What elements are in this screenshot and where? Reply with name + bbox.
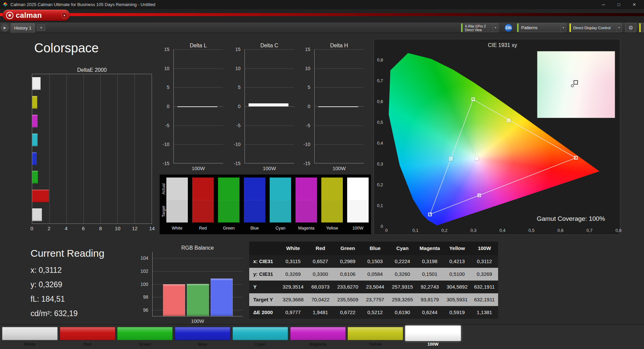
calman-logo-text: calman xyxy=(16,11,42,20)
deltae2000-plot xyxy=(32,74,152,224)
y-tick-label: 0,3 xyxy=(374,161,383,166)
y-axis: 1041021009896 xyxy=(138,252,150,316)
bar-100w xyxy=(177,106,217,107)
pattern-label: 100W xyxy=(405,342,461,347)
gear-icon[interactable]: ⚙ xyxy=(625,23,636,32)
gridline xyxy=(245,126,294,126)
gridline xyxy=(66,74,67,223)
pattern-label: Green xyxy=(117,342,173,347)
calman-flower-icon: ✽ xyxy=(6,12,13,19)
pattern-label: Cyan xyxy=(232,342,288,347)
meter-mode: Direct View xyxy=(465,28,482,32)
add-tab-button[interactable]: + xyxy=(37,24,45,31)
y-tick-label: -5 xyxy=(300,123,310,128)
pattern-button-100w[interactable]: 100W xyxy=(405,325,461,349)
table-cell: 235,5509 xyxy=(334,293,362,306)
column-header-100W: 100W xyxy=(471,242,498,255)
gridline xyxy=(174,68,223,69)
bar-100w xyxy=(318,106,358,107)
y-tick-label: 0,7 xyxy=(374,78,383,83)
logo-menu-button[interactable]: ▼ xyxy=(61,12,67,18)
chart-title: CIE 1931 xy xyxy=(386,42,619,48)
x-tick-label: 12 xyxy=(132,226,138,231)
chevron-down-icon[interactable]: ▼ xyxy=(616,23,622,32)
chevron-down-icon[interactable]: ▼ xyxy=(560,23,566,32)
clipped-edge-control[interactable] xyxy=(639,23,644,32)
actual-swatch xyxy=(321,178,343,200)
restore-button[interactable]: □ xyxy=(611,0,627,9)
y-tick-label: -10 xyxy=(159,142,169,147)
table-cell: 0,3300 xyxy=(307,268,334,281)
bar-cyan xyxy=(32,134,38,146)
layout-nav-arrow-button[interactable]: ▶ xyxy=(1,24,9,32)
chevron-down-icon[interactable]: ▼ xyxy=(493,23,498,32)
delta-c-chart: Delta C 151050-5-10-15 100W xyxy=(230,43,294,174)
swatch-label: Blue xyxy=(244,226,265,231)
pattern-button-magenta[interactable]: Magenta xyxy=(290,325,346,349)
swatch-column-yellow: Yellow xyxy=(321,178,343,231)
x-tick-label: 0,5 xyxy=(528,228,534,233)
patterns-dropdown[interactable]: Patterns ▼ xyxy=(517,23,566,32)
bar-blue xyxy=(211,279,233,316)
pattern-button-red[interactable]: Red xyxy=(60,325,115,349)
row-label: Target Y xyxy=(249,293,279,306)
y-tick-label: 98 xyxy=(138,294,148,300)
tab-history-1[interactable]: History 1 xyxy=(11,23,35,33)
chart-title: Delta H xyxy=(314,43,364,49)
reading-cdm2: cd/m²: 632,19 xyxy=(31,306,104,321)
gridline xyxy=(315,144,364,145)
table-cell: 0,5919 xyxy=(443,306,471,319)
marker-yellow xyxy=(507,118,511,122)
measurements-table: WhiteRedGreenBlueCyanMagentaYellow100Wx:… xyxy=(249,242,498,319)
x-tick-label: 2 xyxy=(48,226,50,231)
swatch-label: Green xyxy=(218,226,239,231)
meter-status-stripe xyxy=(461,23,463,32)
x-tick-label: 0,7 xyxy=(586,228,592,233)
swatch-column-cyan: Cyan xyxy=(270,178,291,231)
y-tick-label: 0,5 xyxy=(374,120,383,125)
x-category-label: 100W xyxy=(314,165,364,171)
pattern-button-white[interactable]: White xyxy=(2,325,58,349)
pattern-button-cyan[interactable]: Cyan xyxy=(232,325,288,349)
chart-title: RGB Balance xyxy=(152,245,243,251)
swatch-column-white: White xyxy=(166,178,188,231)
table-cell: 0,2224 xyxy=(389,255,416,268)
y-tick-label: 0 xyxy=(300,104,310,109)
marker-dot xyxy=(508,120,509,121)
display-control-dropdown[interactable]: Direct Display Control ▼ xyxy=(569,23,622,32)
table-cell: 0,6527 xyxy=(307,255,334,268)
calman-logo[interactable]: ✽ calman ▼ xyxy=(3,10,70,21)
minimize-button[interactable]: ─ xyxy=(596,0,611,9)
x-tick-label: 0,4 xyxy=(499,228,505,233)
titlebar: Calman 2025 Calman Ultimate for Business… xyxy=(0,0,644,9)
table-cell: 0,1503 xyxy=(362,255,389,268)
pattern-button-green[interactable]: Green xyxy=(117,325,173,349)
chart-title: Delta L xyxy=(173,43,223,49)
x-tick-label: 0,6 xyxy=(557,228,564,233)
tab-bar: ▶ History 1 + X-Rite i1Pro 2 Direct View… xyxy=(0,22,644,33)
table-cell: 0,3260 xyxy=(389,268,416,281)
close-button[interactable]: × xyxy=(627,0,642,9)
pattern-swatch xyxy=(405,326,461,341)
pattern-button-blue[interactable]: Blue xyxy=(175,325,230,349)
table-cell: 1,1381 xyxy=(471,306,498,319)
y-tick-label: 0,8 xyxy=(374,57,383,62)
pattern-button-yellow[interactable]: Yellow xyxy=(347,325,403,349)
actual-swatch xyxy=(270,178,291,200)
table-cell: 23,7757 xyxy=(362,293,389,306)
column-header-Cyan: Cyan xyxy=(389,242,416,255)
chart-title: DeltaE 2000 xyxy=(32,67,152,73)
gridline xyxy=(174,87,223,88)
y-tick-label: 100 xyxy=(138,282,148,287)
y-tick-label: 0,6 xyxy=(374,99,383,104)
delta-l-chart: Delta L 151050-5-10-15 100W xyxy=(159,43,223,174)
y-tick-label: -15 xyxy=(300,161,310,166)
gridline xyxy=(245,106,294,107)
meter-dropdown[interactable]: X-Rite i1Pro 2 Direct View ▼ xyxy=(461,23,498,32)
page-title: Colorspace xyxy=(34,41,99,55)
y-tick-label: 10 xyxy=(300,66,310,71)
gridline xyxy=(315,87,364,88)
pattern-label: White xyxy=(2,342,58,347)
pattern-swatch xyxy=(117,327,173,340)
x-category-label: 100W xyxy=(152,318,243,324)
